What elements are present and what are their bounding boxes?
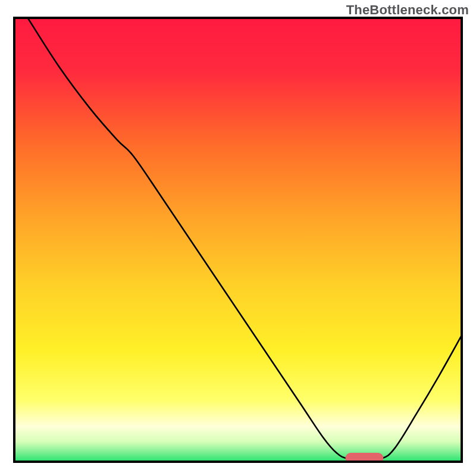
bottleneck-chart: TheBottleneck.com	[0, 0, 476, 476]
plot-area	[14, 18, 462, 464]
chart-svg	[0, 0, 476, 476]
gradient-background	[14, 18, 462, 462]
watermark-text: TheBottleneck.com	[346, 2, 469, 18]
